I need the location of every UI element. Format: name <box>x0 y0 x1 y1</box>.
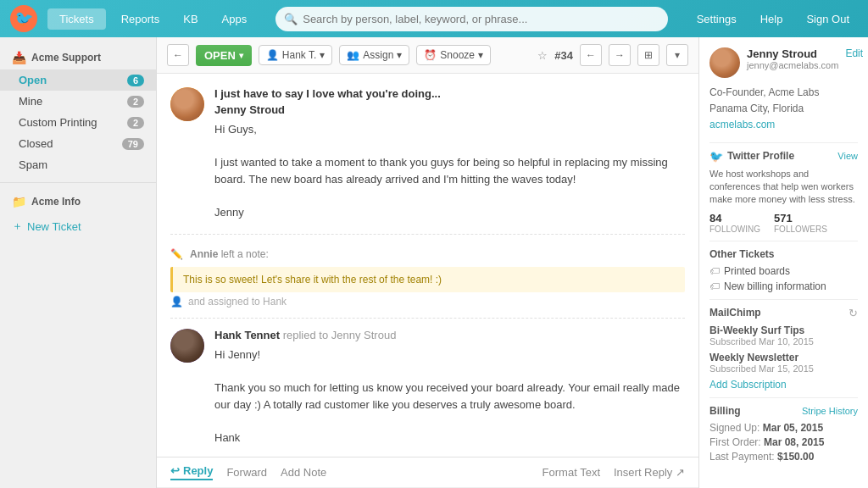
billing-title: Billing <box>709 405 741 417</box>
plus-icon: ＋ <box>12 219 23 234</box>
divider-2 <box>709 241 858 241</box>
assignee-button[interactable]: 👤 Hank T. ▾ <box>259 45 332 65</box>
jenny-body: Hi Guys, I just wanted to take a moment … <box>214 121 685 220</box>
ticket-item-1[interactable]: 🏷 Printed boards <box>709 265 858 277</box>
divider-3 <box>709 299 858 300</box>
snooze-button[interactable]: ⏰ Snooze ▾ <box>416 45 491 65</box>
folder-icon: 📁 <box>12 195 26 208</box>
open-caret-icon: ▾ <box>239 51 243 60</box>
nav-tickets[interactable]: Tickets <box>47 8 106 30</box>
twitter-section-title: Twitter Profile <box>727 150 794 162</box>
contact-header: Jenny Stroud jenny@acmelabs.com Edit <box>709 47 858 78</box>
insert-reply-button[interactable]: Insert Reply ↗ <box>614 466 685 479</box>
edit-contact-link[interactable]: Edit <box>845 47 863 59</box>
stripe-history-link[interactable]: Stripe History <box>802 406 858 416</box>
person-icon: 👤 <box>266 49 279 61</box>
tag-icon-1: 🏷 <box>709 265 720 277</box>
reply-right-actions: Format Text Insert Reply ↗ <box>542 466 685 479</box>
sidebar-acme-info: 📁 Acme Info <box>0 190 156 214</box>
contact-email: jenny@acmelabs.com <box>747 60 838 70</box>
add-note-tab[interactable]: Add Note <box>281 466 326 479</box>
jenny-message-content: I just have to say I love what you're do… <box>214 87 685 220</box>
annie-note-highlight: This is so sweet! Let's share it with th… <box>170 267 685 292</box>
assignee-caret-icon: ▾ <box>320 49 325 61</box>
nav-reports[interactable]: Reports <box>113 8 169 30</box>
grid-view-button[interactable]: ⊞ <box>637 44 659 66</box>
twitter-view-link[interactable]: View <box>837 151 858 161</box>
assign-button[interactable]: 👥 Assign ▾ <box>339 45 409 65</box>
sidebar-item-spam[interactable]: Spam <box>0 154 156 175</box>
closed-badge: 79 <box>122 138 144 150</box>
annie-note-row: ✏️ Annie left a note: <box>170 245 685 263</box>
contact-info: Jenny Stroud jenny@acmelabs.com <box>747 47 838 70</box>
hank-message-content: Hank Tennet replied to Jenny Stroud Hi J… <box>214 329 685 446</box>
divider-4 <box>709 397 858 398</box>
refresh-icon[interactable]: ↻ <box>849 307 858 319</box>
sidebar-item-custom-printing[interactable]: Custom Printing 2 <box>0 112 156 133</box>
open-badge: 6 <box>127 75 144 86</box>
reply-tabs: ↩ Reply Forward Add Note Format Text Ins… <box>157 458 698 488</box>
reply-tab[interactable]: ↩ Reply <box>170 464 213 480</box>
nav-kb[interactable]: KB <box>175 8 206 30</box>
jenny-avatar <box>170 87 204 121</box>
app-logo <box>10 5 37 32</box>
sep-2 <box>170 318 685 319</box>
sidebar-acme-support: 📥 Acme Support <box>0 46 156 69</box>
assign-caret-icon: ▾ <box>397 49 402 61</box>
back-button[interactable]: ← <box>167 44 189 66</box>
conversation: I just have to say I love what you're do… <box>157 74 698 457</box>
twitter-icon: 🐦 <box>709 150 723 163</box>
sidebar-item-open[interactable]: Open 6 <box>0 69 156 91</box>
hank-avatar <box>170 329 204 363</box>
ticket-item-2[interactable]: 🏷 New billing information <box>709 280 858 292</box>
contact-name: Jenny Stroud <box>747 47 838 60</box>
billing-header: Billing Stripe History <box>709 405 858 417</box>
mailchimp-sub-1: Bi-Weekly Surf Tips Subscribed Mar 10, 2… <box>709 324 858 347</box>
twitter-following: 84 FOLLOWING <box>709 212 760 234</box>
jenny-sender-name: I just have to say I love what you're do… <box>214 87 441 100</box>
star-icon[interactable]: ☆ <box>537 49 548 62</box>
search-input[interactable] <box>275 7 667 31</box>
twitter-stats: 84 FOLLOWING 571 FOLLOWERS <box>709 212 858 234</box>
nav-sign-out[interactable]: Sign Out <box>798 8 858 30</box>
nav-apps[interactable]: Apps <box>214 8 256 30</box>
sep-1 <box>170 234 685 235</box>
twitter-followers: 571 FOLLOWERS <box>774 212 827 234</box>
more-options-button[interactable]: ▾ <box>666 44 688 66</box>
main-layout: 📥 Acme Support Open 6 Mine 2 Custom Prin… <box>0 37 868 488</box>
nav-settings[interactable]: Settings <box>688 8 745 30</box>
assign-icon: 👤 <box>170 296 183 308</box>
billing-last-payment: Last Payment: $150.00 <box>709 451 858 463</box>
mine-badge: 2 <box>127 96 144 108</box>
format-text-button[interactable]: Format Text <box>542 466 600 479</box>
mailchimp-header: MailChimp ↻ <box>709 307 858 319</box>
next-ticket-button[interactable]: → <box>609 44 631 66</box>
contact-website[interactable]: acmelabs.com <box>709 119 775 130</box>
snooze-caret-icon: ▾ <box>478 49 483 61</box>
billing-first-order: First Order: Mar 08, 2015 <box>709 436 858 448</box>
sidebar-item-closed[interactable]: Closed 79 <box>0 133 156 154</box>
pencil-icon: ✏️ <box>170 248 183 260</box>
billing-signed-up: Signed Up: Mar 05, 2015 <box>709 422 858 434</box>
nav-help[interactable]: Help <box>752 8 792 30</box>
search-bar: 🔍 <box>275 7 667 31</box>
prev-ticket-button[interactable]: ← <box>580 44 602 66</box>
forward-tab[interactable]: Forward <box>226 466 267 479</box>
toolbar-right: ☆ #34 ← → ⊞ ▾ <box>537 44 688 66</box>
sidebar-new-ticket[interactable]: ＋ New Ticket <box>0 214 156 239</box>
open-status-button[interactable]: OPEN ▾ <box>196 45 252 66</box>
nav-right: Settings Help Sign Out <box>688 8 858 30</box>
sidebar-item-mine[interactable]: Mine 2 <box>0 91 156 112</box>
inbox-icon: 📥 <box>12 51 26 64</box>
annie-note-text: Annie left a note: <box>190 248 269 260</box>
search-icon: 🔍 <box>284 13 298 25</box>
contact-title: Co-Founder, Acme Labs <box>709 85 858 101</box>
external-icon: ↗ <box>676 466 685 479</box>
message-hank: Hank Tennet replied to Jenny Stroud Hi J… <box>170 329 685 446</box>
clock-icon: ⏰ <box>424 49 437 61</box>
jenny-avatar-img <box>170 87 204 121</box>
twitter-bio: We host workshops and conferences that h… <box>709 168 858 207</box>
divider-1 <box>709 142 858 143</box>
contact-avatar <box>709 47 740 78</box>
add-subscription-link[interactable]: Add Subscription <box>709 379 858 391</box>
